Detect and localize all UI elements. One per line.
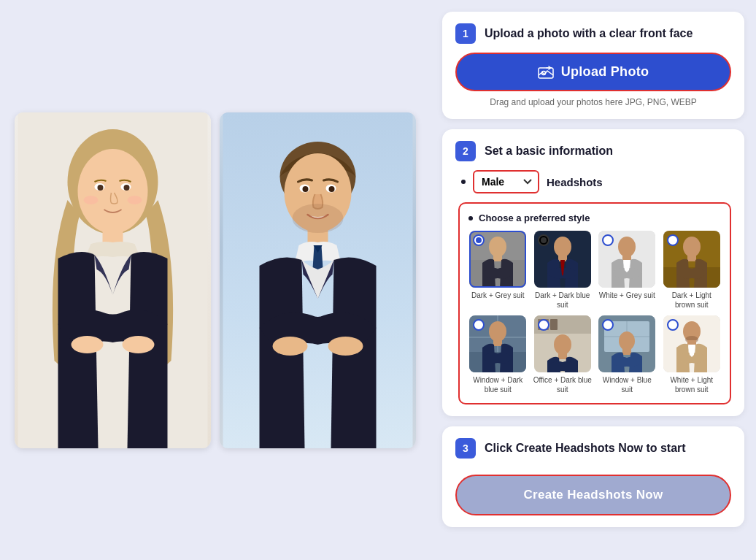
style-label-2: Dark + Dark blue suit bbox=[533, 291, 593, 310]
svg-rect-44 bbox=[493, 340, 502, 346]
style-radio-2 bbox=[538, 234, 549, 246]
style-bullet bbox=[468, 216, 473, 220]
choose-style-label: Choose a preferred style bbox=[479, 212, 590, 223]
style-label-3: White + Grey suit bbox=[599, 291, 655, 300]
style-img-5 bbox=[469, 315, 526, 372]
svg-point-27 bbox=[489, 237, 506, 257]
style-label-1: Dark + Grey suit bbox=[471, 291, 525, 300]
style-label-7: Window + Blue suit bbox=[598, 375, 657, 394]
step3-badge: 3 bbox=[455, 438, 476, 459]
svg-point-55 bbox=[619, 331, 635, 350]
step1-title: Upload a photo with a clear front face bbox=[485, 27, 693, 40]
style-item-3[interactable]: White + Grey suit bbox=[598, 231, 657, 310]
style-label-5: Window + Dark blue suit bbox=[468, 375, 528, 394]
svg-point-10 bbox=[84, 196, 99, 204]
style-radio-4 bbox=[667, 234, 679, 246]
svg-point-2 bbox=[78, 149, 148, 234]
style-label-4: Dark + Light brown suit bbox=[663, 291, 722, 310]
style-img-3 bbox=[598, 231, 655, 288]
style-grid: Dark + Grey suit bbox=[468, 231, 721, 394]
step2-header: 2 Set a basic information bbox=[455, 141, 731, 161]
svg-point-22 bbox=[293, 204, 344, 233]
upload-icon bbox=[538, 66, 554, 79]
svg-rect-48 bbox=[550, 319, 558, 330]
style-radio-8 bbox=[667, 319, 679, 331]
style-label-6: Office + Dark blue suit bbox=[533, 375, 593, 394]
step1-header: 1 Upload a photo with a clear front face bbox=[455, 23, 731, 44]
gender-row: Male Female Headshots bbox=[461, 170, 731, 193]
style-radio-1 bbox=[473, 234, 485, 246]
svg-point-33 bbox=[618, 237, 636, 257]
style-item-1[interactable]: Dark + Grey suit bbox=[468, 231, 528, 310]
left-panel bbox=[0, 0, 431, 560]
style-img-7 bbox=[598, 315, 655, 372]
style-section: Choose a preferred style bbox=[458, 202, 731, 404]
svg-point-8 bbox=[98, 185, 104, 191]
step3-card: 3 Click Create Headshots Now to start Cr… bbox=[442, 426, 744, 527]
svg-rect-56 bbox=[622, 349, 631, 355]
bullet-dot bbox=[461, 180, 466, 184]
svg-point-5 bbox=[123, 336, 155, 353]
step2-card: 2 Set a basic information Male Female He… bbox=[442, 129, 744, 416]
gender-select[interactable]: Male Female bbox=[473, 170, 539, 193]
man-photo bbox=[220, 112, 416, 448]
svg-point-16 bbox=[273, 337, 308, 356]
style-img-6 bbox=[534, 315, 591, 372]
style-radio-6 bbox=[538, 319, 549, 331]
svg-point-43 bbox=[489, 321, 506, 342]
svg-rect-50 bbox=[558, 353, 567, 359]
woman-photo bbox=[15, 112, 211, 448]
step2-title: Set a basic information bbox=[485, 145, 613, 158]
svg-point-9 bbox=[124, 185, 130, 191]
style-label-8: White + Light brown suit bbox=[663, 375, 722, 394]
style-header: Choose a preferred style bbox=[468, 212, 721, 223]
step1-badge: 1 bbox=[455, 23, 476, 44]
svg-point-4 bbox=[72, 336, 104, 353]
style-item-5[interactable]: Window + Dark blue suit bbox=[468, 315, 528, 394]
create-btn-label: Create Headshots Now bbox=[523, 488, 663, 502]
step2-badge: 2 bbox=[455, 141, 476, 161]
headshots-label: Headshots bbox=[547, 176, 603, 188]
svg-point-11 bbox=[128, 196, 142, 204]
example-photos bbox=[15, 112, 416, 448]
svg-rect-28 bbox=[493, 256, 502, 261]
svg-point-37 bbox=[683, 237, 701, 257]
upload-button-label: Upload Photo bbox=[561, 64, 649, 80]
style-item-2[interactable]: Dark + Dark blue suit bbox=[533, 231, 593, 310]
upload-photo-button[interactable]: Upload Photo bbox=[455, 53, 731, 91]
style-item-6[interactable]: Office + Dark blue suit bbox=[533, 315, 593, 394]
svg-point-17 bbox=[328, 337, 363, 356]
svg-point-49 bbox=[554, 334, 571, 355]
style-img-8 bbox=[663, 315, 720, 372]
svg-rect-26 bbox=[469, 260, 526, 288]
style-img-4 bbox=[663, 231, 720, 288]
step3-title: Click Create Headshots Now to start bbox=[485, 442, 686, 455]
style-img-2 bbox=[534, 231, 591, 288]
style-item-8[interactable]: White + Light brown suit bbox=[663, 315, 722, 394]
step3-header: 3 Click Create Headshots Now to start bbox=[455, 438, 731, 459]
svg-point-20 bbox=[303, 186, 309, 192]
create-headshots-button[interactable]: Create Headshots Now bbox=[455, 475, 731, 515]
upload-hint: Drag and upload your photos here JPG, PN… bbox=[455, 97, 731, 107]
svg-point-21 bbox=[329, 186, 335, 192]
style-img-1 bbox=[469, 231, 526, 288]
style-item-4[interactable]: Dark + Light brown suit bbox=[663, 231, 722, 310]
style-item-7[interactable]: Window + Blue suit bbox=[598, 315, 657, 394]
svg-rect-38 bbox=[687, 256, 696, 261]
right-panel: 1 Upload a photo with a clear front face… bbox=[431, 0, 756, 560]
svg-point-30 bbox=[554, 237, 571, 257]
step1-card: 1 Upload a photo with a clear front face… bbox=[442, 12, 744, 119]
